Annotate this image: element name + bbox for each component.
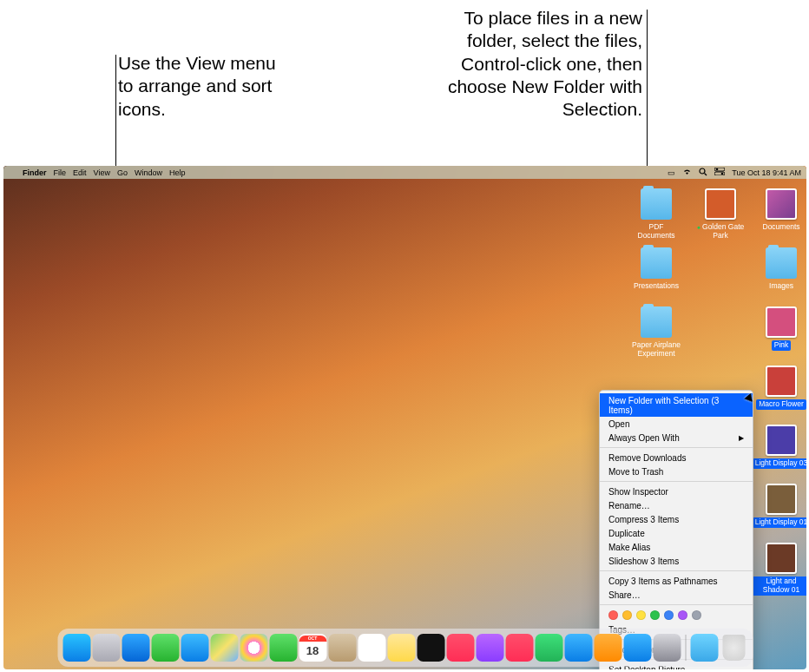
dock-trash[interactable] — [722, 635, 745, 661]
svg-point-3 — [716, 168, 719, 171]
context-item-label: New Folder with Selection (3 Items) — [608, 396, 744, 415]
context-item-label: Share… — [608, 590, 641, 600]
folder-icon — [641, 306, 672, 338]
context-item-always-open-with[interactable]: Always Open With ▶ — [600, 431, 753, 445]
context-item-remove-downloads[interactable]: Remove Downloads — [600, 451, 753, 464]
context-item-move-to-trash[interactable]: Move to Trash — [600, 464, 753, 478]
tag-red[interactable] — [608, 610, 618, 620]
tag-orange[interactable] — [622, 610, 632, 620]
dock-app-launchpad[interactable] — [92, 634, 120, 662]
tag-purple[interactable] — [678, 610, 687, 620]
dock-downloads[interactable] — [690, 634, 718, 662]
desktop-photo-macro-flower[interactable]: Macro Flower — [752, 366, 806, 410]
callout-new-folder: To place files in a new folder, select t… — [417, 7, 642, 121]
photo-icon — [766, 484, 797, 515]
desktop-photo-light-display-03[interactable]: Light Display 03 — [752, 425, 806, 469]
dock-app-mail[interactable] — [181, 634, 208, 662]
icon-label: Images — [766, 281, 796, 292]
desktop-photo-light-shadow-01[interactable]: Light and Shadow 01 — [752, 543, 806, 596]
apple-menu-icon[interactable] — [9, 168, 17, 177]
icon-label: Documents — [760, 222, 803, 233]
wifi-icon[interactable] — [682, 168, 692, 177]
menu-view[interactable]: View — [94, 168, 110, 177]
tag-yellow[interactable] — [636, 610, 646, 620]
desktop-photo-light-display-01[interactable]: Light Display 01 — [752, 484, 806, 528]
context-item-open[interactable]: Open — [600, 417, 753, 431]
context-item-copy-pathnames[interactable]: Copy 3 Items as Pathnames — [600, 574, 753, 588]
context-item-label: Move to Trash — [608, 467, 663, 477]
dock-app-appstore[interactable] — [623, 634, 651, 662]
context-item-share[interactable]: Share… — [600, 588, 753, 602]
dock-app-photos[interactable] — [240, 634, 267, 662]
context-item-make-alias[interactable]: Make Alias — [600, 540, 753, 554]
photo-icon — [766, 366, 797, 397]
context-item-slideshow[interactable]: Slideshow 3 Items — [600, 554, 753, 568]
dock-app-safari[interactable] — [122, 634, 149, 662]
desktop-folder-pdf-documents[interactable]: PDF Documents — [627, 188, 686, 241]
dock-app-numbers[interactable] — [535, 634, 562, 662]
context-item-rename[interactable]: Rename… — [600, 498, 753, 512]
menu-help[interactable]: Help — [169, 168, 186, 177]
folder-icon — [641, 247, 672, 279]
dock-app-finder[interactable] — [62, 634, 90, 662]
dock-app-music[interactable] — [446, 634, 474, 662]
photo-icon — [766, 425, 797, 456]
dock: OCT18 — [57, 629, 753, 667]
svg-point-5 — [721, 173, 724, 175]
desktop-folder-images[interactable]: Images — [752, 247, 806, 292]
callout-text: To place files in a new folder, select t… — [448, 8, 642, 119]
context-item-compress[interactable]: Compress 3 Items — [600, 512, 753, 526]
desktop-folder-paper-airplane[interactable]: Paper Airplane Experiment — [627, 306, 686, 359]
dock-app-notes[interactable] — [387, 634, 415, 662]
desktop-folder-documents[interactable]: Documents — [752, 188, 806, 233]
menubar-clock[interactable]: Tue Oct 18 9:41 AM — [732, 168, 801, 177]
dock-app-pages[interactable] — [594, 634, 622, 662]
menu-go[interactable]: Go — [117, 168, 128, 177]
dock-app-settings[interactable] — [653, 634, 681, 662]
dock-app-news[interactable] — [505, 634, 533, 662]
folder-icon — [641, 188, 672, 220]
control-center-icon[interactable] — [714, 168, 725, 177]
context-item-show-inspector[interactable]: Show Inspector — [600, 484, 753, 498]
desktop-photo-pink[interactable]: Pink — [752, 306, 806, 351]
context-item-label: Show Inspector — [608, 487, 668, 497]
icon-label: Light Display 03 — [753, 458, 806, 469]
tag-blue[interactable] — [664, 610, 674, 620]
context-separator — [600, 570, 753, 571]
context-item-label: Make Alias — [608, 543, 650, 552]
context-item-label: Open — [608, 419, 629, 429]
dock-app-keynote[interactable] — [564, 634, 592, 662]
icon-label: PDF Documents — [627, 222, 686, 241]
tag-green[interactable] — [650, 610, 660, 620]
dock-app-facetime[interactable] — [269, 634, 297, 662]
menu-window[interactable]: Window — [135, 168, 162, 177]
desktop-photo-golden-gate[interactable]: Golden Gate Park — [691, 188, 750, 241]
context-item-duplicate[interactable]: Duplicate — [600, 526, 753, 540]
desktop-folder-presentations[interactable]: Presentations — [627, 247, 686, 292]
photo-icon — [705, 188, 736, 220]
context-item-label: Rename… — [608, 501, 650, 511]
callout-text: Use the View menu to arrange and sort ic… — [118, 53, 276, 119]
menu-edit[interactable]: Edit — [73, 168, 87, 177]
menubar-app-name[interactable]: Finder — [23, 168, 47, 177]
menu-file[interactable]: File — [54, 168, 67, 177]
photo-icon — [766, 306, 797, 338]
spotlight-icon[interactable] — [699, 168, 707, 178]
dock-app-reminders[interactable] — [358, 634, 385, 662]
dock-app-tv[interactable] — [417, 634, 444, 662]
context-separator — [600, 481, 753, 482]
macos-desktop-screenshot: Finder File Edit View Go Window Help ▭ T… — [3, 166, 806, 669]
context-separator — [600, 604, 753, 605]
dock-app-calendar[interactable]: OCT18 — [299, 634, 326, 662]
context-item-label: Slideshow 3 Items — [608, 557, 679, 566]
icon-label: Light Display 01 — [753, 517, 806, 528]
dock-app-podcasts[interactable] — [476, 634, 503, 662]
tag-gray[interactable] — [692, 610, 701, 620]
context-item-label: Remove Downloads — [608, 453, 687, 463]
dock-app-contacts[interactable] — [328, 634, 356, 662]
context-item-new-folder-with-selection[interactable]: New Folder with Selection (3 Items) — [600, 393, 753, 417]
dock-app-maps[interactable] — [210, 634, 238, 662]
svg-line-1 — [705, 173, 707, 175]
dock-app-messages[interactable] — [151, 634, 179, 662]
battery-icon[interactable]: ▭ — [668, 168, 675, 177]
